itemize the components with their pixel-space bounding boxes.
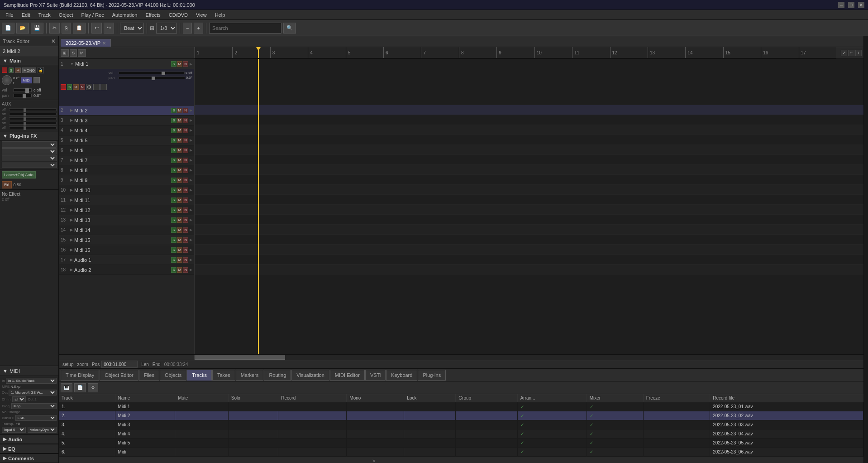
track-9-s-btn[interactable]: S [171, 178, 176, 183]
transport-panel-close[interactable]: ✕ [372, 458, 376, 463]
track-1-m-btn[interactable]: M [177, 61, 183, 67]
track-5-s-btn[interactable]: S [171, 138, 176, 143]
track-3-expand[interactable]: ▶ [70, 118, 73, 122]
table-row[interactable]: 3.Midi 3✓✓2022-05-23_03.wav [59, 420, 863, 429]
ch-in-select[interactable]: all [12, 396, 26, 402]
track-1-m2[interactable]: M [73, 84, 79, 90]
menu-item-edit[interactable]: Edit [18, 11, 34, 19]
track-10-m-btn[interactable]: M [177, 188, 183, 193]
track-editor-close[interactable]: ✕ [51, 38, 56, 44]
undo-button[interactable]: ↩ [91, 23, 102, 34]
track-7-expand[interactable]: ▶ [70, 158, 73, 162]
bankhi-select[interactable]: LSB [15, 415, 57, 421]
track-4-expand[interactable]: ▶ [70, 128, 73, 132]
track-collapse-all-btn[interactable]: ⊞ [61, 49, 69, 57]
track-4-r-btn[interactable]: N [183, 128, 188, 133]
beat-select[interactable]: Beat [120, 23, 144, 34]
mute-btn[interactable]: M [15, 68, 21, 73]
track-11-m-btn[interactable]: M [177, 198, 183, 203]
tab-keyboard[interactable]: Keyboard [386, 370, 417, 381]
main-section-header[interactable]: ▼ Main [0, 56, 58, 65]
h-scroll-thumb[interactable] [195, 355, 285, 360]
tab-objects[interactable]: Objects [160, 370, 186, 381]
track-10-s-btn[interactable]: S [171, 188, 176, 193]
track-3-s-btn[interactable]: S [171, 118, 176, 123]
h-scroll-track[interactable] [195, 355, 863, 360]
tab-routing[interactable]: Routing [264, 370, 291, 381]
track-8-arrow[interactable]: ▶ [190, 168, 192, 172]
track-6-r-btn[interactable]: N [183, 148, 188, 153]
tab-midi-editor[interactable]: MIDI Editor [330, 370, 365, 381]
track-16-expand[interactable]: ▶ [70, 248, 73, 252]
track-15-arrow[interactable]: ▶ [190, 238, 192, 242]
midi-out-select[interactable]: 1. Microsoft GS W... [9, 390, 57, 395]
table-row[interactable]: 4.Midi 4✓✓2022-05-23_04.wav [59, 429, 863, 439]
pan-knob[interactable] [2, 75, 12, 85]
track-7-s-btn[interactable]: S [171, 158, 176, 163]
aux-handle-5[interactable] [24, 126, 26, 130]
input0-select[interactable]: Input 0 [2, 427, 26, 433]
plugin-select-3[interactable] [2, 155, 57, 161]
speaker-btn[interactable] [33, 77, 40, 83]
m-header-btn[interactable]: M [78, 49, 86, 57]
track-15-r-btn[interactable]: N [183, 237, 188, 243]
track-18-arrow[interactable]: ▶ [190, 268, 192, 272]
track-10-r-btn[interactable]: N [183, 188, 188, 193]
menu-item-cddvd[interactable]: CD/DVD [165, 11, 191, 19]
close-button[interactable]: ✕ [858, 2, 864, 8]
track-17-m-btn[interactable]: M [177, 257, 183, 263]
track-3-r-btn[interactable]: N [183, 118, 188, 123]
search-button[interactable]: 🔍 [283, 23, 296, 34]
vol-fader-handle[interactable] [25, 88, 29, 93]
tab-object-editor[interactable]: Object Editor [100, 370, 138, 381]
aux-handle-1[interactable] [24, 108, 26, 112]
track-14-expand[interactable]: ▶ [70, 228, 73, 232]
menu-item-effects[interactable]: Effects [142, 11, 164, 19]
track-6-s-btn[interactable]: S [171, 148, 176, 153]
zoom-in-button[interactable]: + [194, 23, 203, 34]
track-15-expand[interactable]: ▶ [70, 238, 73, 242]
track-1-s2[interactable]: S [67, 84, 72, 90]
track-5-expand[interactable]: ▶ [70, 138, 73, 142]
menu-item-automation[interactable]: Automation [109, 11, 141, 19]
track-1-pan-handle[interactable] [152, 77, 155, 80]
track-2-arrow[interactable]: ▶ [190, 108, 192, 112]
tab-plug-ins[interactable]: Plug-ins [418, 370, 446, 381]
track-17-s-btn[interactable]: S [171, 257, 176, 263]
fit-btn[interactable]: ↔ [848, 50, 854, 56]
aux-handle-2[interactable] [24, 113, 26, 116]
menu-item-help[interactable]: Help [211, 11, 229, 19]
track-6-expand[interactable]: ▶ [70, 148, 73, 152]
track-9-arrow[interactable]: ▶ [190, 178, 192, 182]
plugins-header[interactable]: ▼ Plug-ins FX [0, 131, 58, 140]
tracks-tool-btn-2[interactable]: 📄 [74, 383, 86, 392]
cut-button[interactable]: ✂ [49, 23, 60, 34]
track-3-arrow[interactable]: ▶ [190, 118, 192, 122]
track-1-pan-fader[interactable] [119, 77, 185, 79]
track-8-expand[interactable]: ▶ [70, 168, 73, 172]
track-16-m-btn[interactable]: M [177, 247, 183, 253]
track-1-n2[interactable]: N [80, 84, 85, 90]
table-row[interactable]: 2.Midi 2✓✓2022-05-23_02.wav [59, 411, 863, 420]
track-11-arrow[interactable]: ▶ [190, 198, 192, 202]
track-8-m-btn[interactable]: M [177, 168, 183, 173]
s-header-btn[interactable]: S [70, 49, 77, 57]
track-9-expand[interactable]: ▶ [70, 178, 73, 182]
new-button[interactable]: 📄 [2, 23, 14, 34]
solo-btn[interactable]: S [9, 68, 14, 73]
track-6-m-btn[interactable]: M [177, 148, 183, 153]
aux-fader-3[interactable] [9, 117, 57, 120]
track-10-expand[interactable]: ▶ [70, 188, 73, 192]
snap-select[interactable]: 1/8 [156, 23, 177, 34]
track-2-m-btn[interactable]: M [177, 108, 183, 113]
record-arm-btn[interactable] [2, 68, 7, 73]
track-5-arrow[interactable]: ▶ [190, 138, 192, 142]
zoom-out-button[interactable]: − [183, 23, 192, 34]
aux-fader-4[interactable] [9, 122, 57, 125]
vip-tab-close-icon[interactable]: ✕ [102, 41, 106, 46]
track-7-arrow[interactable]: ▶ [190, 158, 192, 162]
track-12-expand[interactable]: ▶ [70, 208, 73, 212]
track-11-s-btn[interactable]: S [171, 198, 176, 203]
track-14-m-btn[interactable]: M [177, 227, 183, 233]
maximize-button[interactable]: □ [848, 2, 854, 8]
